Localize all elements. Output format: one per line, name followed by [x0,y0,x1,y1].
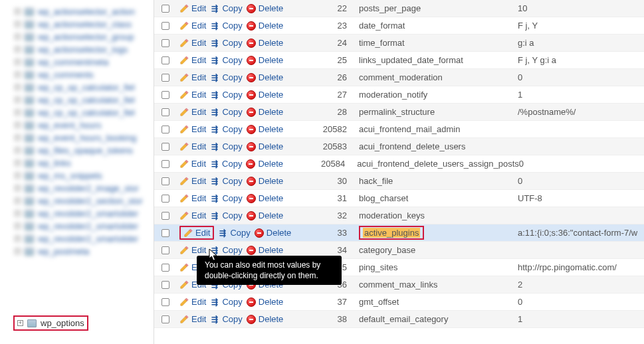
expand-icon[interactable]: + [15,160,21,166]
option-value[interactable]: 1 [518,90,644,100]
copy-button[interactable]: ⇶Copy [210,55,242,65]
expand-icon[interactable]: + [15,59,21,65]
option-name[interactable]: blog_charset [356,193,518,203]
sidebar-item[interactable]: +wp_actionselector_logs [15,43,148,56]
expand-icon[interactable]: + [17,320,23,326]
copy-button[interactable]: ⇶Copy [210,72,242,82]
option-name[interactable]: permalink_structure [356,107,518,117]
option-value[interactable]: 10 [518,3,644,13]
sidebar-item[interactable]: +wp_cp_op_calculator_fiel [15,81,148,94]
sidebar-item[interactable]: +wp_postmeta [15,245,148,258]
option-value[interactable]: 0 [518,297,644,307]
expand-icon[interactable]: + [15,185,21,191]
edit-button[interactable]: Edit [179,159,206,169]
option-value[interactable]: /%postname%/ [518,107,644,117]
option-name[interactable]: active_plugins [356,226,518,240]
copy-button[interactable]: ⇶Copy [210,176,242,186]
expand-icon[interactable]: + [15,72,21,78]
delete-button[interactable]: Delete [247,90,284,100]
edit-button[interactable]: Edit [179,55,206,65]
row-checkbox[interactable] [161,5,169,13]
sidebar-item-wp-options[interactable]: + wp_options [13,315,88,331]
row-checkbox[interactable] [161,195,169,203]
expand-icon[interactable]: + [15,21,21,27]
row-checkbox[interactable] [161,298,169,306]
expand-icon[interactable]: + [15,84,21,90]
copy-button[interactable]: ⇶Copy [210,141,242,151]
sidebar-item[interactable]: +wp_revslider2_smartslider [15,207,148,220]
option-name[interactable]: comment_max_links [356,280,518,290]
row-checkbox[interactable] [161,212,169,220]
row-checkbox[interactable] [161,281,169,289]
copy-button[interactable]: ⇶Copy [210,297,242,307]
copy-button[interactable]: ⇶Copy [210,159,242,169]
copy-button[interactable]: ⇶Copy [210,211,242,220]
edit-button[interactable]: Edit [179,297,206,307]
delete-button[interactable]: Delete [247,55,284,65]
sidebar-item[interactable]: +wp_event_hours [15,119,148,131]
edit-button[interactable]: Edit [179,245,206,255]
option-value[interactable]: a:11:{i:0;s:36:"contact-form-7/w [518,228,644,238]
edit-button[interactable]: Edit [179,72,206,82]
copy-button[interactable]: ⇶Copy [210,3,242,13]
delete-button[interactable]: Delete [247,141,284,151]
option-value[interactable]: UTF-8 [518,193,644,203]
sidebar-item[interactable]: +wp_actionselector_class [15,18,148,31]
row-checkbox[interactable] [161,126,169,133]
option-name[interactable]: acui_frontend_delete_users_assign_posts [354,159,519,169]
row-checkbox[interactable] [161,264,169,272]
option-name[interactable]: acui_frontend_delete_users [356,141,518,151]
row-checkbox[interactable] [161,160,169,168]
expand-icon[interactable]: + [15,211,21,216]
edit-button[interactable]: Edit [179,193,206,203]
option-name[interactable]: ping_sites [356,262,518,272]
delete-button[interactable]: Delete [247,314,284,324]
edit-button[interactable]: Edit [179,38,206,48]
delete-button[interactable]: Delete [247,211,284,220]
sidebar-item[interactable]: +wp_ms_snippets [15,169,148,182]
expand-icon[interactable]: + [15,147,21,153]
delete-button[interactable]: Delete [247,38,284,48]
option-name[interactable]: hack_file [356,176,518,186]
sidebar-item[interactable]: +wp_revslider2_image_stor [15,182,148,195]
delete-button[interactable]: Delete [247,176,284,186]
delete-button[interactable]: Delete [247,21,284,31]
sidebar-item[interactable]: +wp_event_hours_booking [15,131,148,144]
edit-button[interactable]: Edit [179,141,206,151]
expand-icon[interactable]: + [15,9,21,15]
option-name[interactable]: date_format [356,21,518,31]
option-name[interactable]: time_format [356,38,518,48]
sidebar-item[interactable]: +wp_files_opaque_tokens [15,144,148,157]
edit-button[interactable]: Edit [179,90,206,100]
delete-button[interactable]: Delete [247,3,284,13]
edit-button[interactable]: Edit [179,314,206,324]
sidebar-item[interactable]: +wp_links [15,157,148,169]
row-checkbox[interactable] [161,22,169,30]
sidebar-item[interactable]: +wp_revslider2_smartslider [15,220,148,232]
delete-button[interactable]: Delete [247,107,284,117]
option-value[interactable]: http://rpc.pingomatic.com/ [518,262,644,272]
expand-icon[interactable]: + [15,135,21,141]
sidebar-item[interactable]: +wp_cp_op_calculator_fiel [15,106,148,119]
expand-icon[interactable]: + [15,173,21,179]
edit-button[interactable]: Edit [179,21,206,31]
expand-icon[interactable]: + [15,110,21,116]
copy-button[interactable]: ⇶Copy [210,90,242,100]
copy-button[interactable]: ⇶Copy [218,228,250,238]
option-value[interactable]: 0 [519,159,644,169]
expand-icon[interactable]: + [15,236,21,242]
delete-button[interactable]: Delete [247,193,284,203]
row-checkbox[interactable] [161,74,169,82]
sidebar-item[interactable]: +wp_revslider2_section_stor [15,195,148,207]
edit-button[interactable]: Edit [179,124,206,134]
option-name[interactable]: acui_frontend_mail_admin [356,124,518,134]
row-checkbox[interactable] [161,91,169,99]
sidebar-item[interactable]: +wp_cp_op_calculator_fiel [15,94,148,106]
option-value[interactable]: 2 [518,280,644,290]
option-name[interactable]: posts_per_page [356,3,518,13]
copy-button[interactable]: ⇶Copy [210,193,242,203]
delete-button[interactable]: Delete [247,124,284,134]
option-value[interactable]: F j, Y [518,21,644,31]
expand-icon[interactable]: + [15,248,21,254]
edit-button[interactable]: Edit [179,176,206,186]
